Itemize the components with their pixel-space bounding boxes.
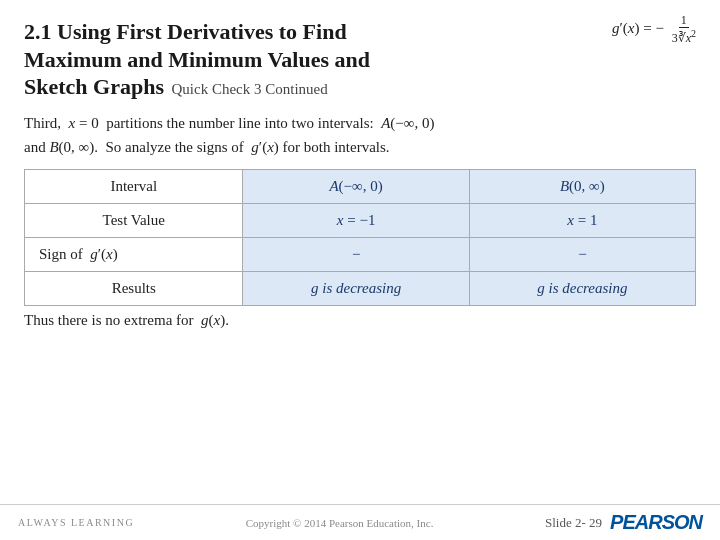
test-value-a: x = −1 — [243, 203, 469, 237]
result-a: g is decreasing — [243, 271, 469, 305]
sign-a: − — [243, 237, 469, 271]
title-line2: Maximum and Minimum Values and — [24, 47, 370, 72]
footer-right: Slide 2- 29 PEARSON — [545, 511, 702, 534]
table-row-results: Results g is decreasing g is decreasing — [25, 271, 696, 305]
col-interval-a: A(−∞, 0) — [243, 169, 469, 203]
test-value-b: x = 1 — [469, 203, 695, 237]
footer-always-learning: ALWAYS LEARNING — [18, 517, 134, 528]
row-label-test-value: Test Value — [25, 203, 243, 237]
body-text: Third, x = 0 partitions the number line … — [24, 111, 696, 159]
title-block: 2.1 Using First Derivatives to Find Maxi… — [24, 18, 696, 101]
row-label-results: Results — [25, 271, 243, 305]
table-row-test-value: Test Value x = −1 x = 1 — [25, 203, 696, 237]
table-row-sign: Sign of g′(x) − − — [25, 237, 696, 271]
slide-number: Slide 2- 29 — [545, 515, 602, 531]
title-line1: 2.1 Using First Derivatives to Find — [24, 19, 347, 44]
pearson-logo: PEARSON — [610, 511, 702, 534]
thus-text: Thus there is no extrema for g(x). — [24, 312, 696, 329]
data-table: Interval A(−∞, 0) B(0, ∞) Test Value x =… — [24, 169, 696, 306]
title-line3-prefix: Sketch Graphs — [24, 74, 164, 99]
footer: ALWAYS LEARNING Copyright © 2014 Pearson… — [0, 504, 720, 540]
sign-b: − — [469, 237, 695, 271]
table-row-header: Interval A(−∞, 0) B(0, ∞) — [25, 169, 696, 203]
result-b: g is decreasing — [469, 271, 695, 305]
formula-top-right: g′(x) = − 1 3∛x2 — [612, 14, 700, 45]
col-label-interval: Interval — [25, 169, 243, 203]
col-interval-b: B(0, ∞) — [469, 169, 695, 203]
footer-copyright: Copyright © 2014 Pearson Education, Inc. — [246, 517, 434, 529]
title-line3-suffix: Quick Check 3 Continued — [168, 81, 328, 97]
row-label-sign: Sign of g′(x) — [25, 237, 243, 271]
main-content: 2.1 Using First Derivatives to Find Maxi… — [0, 0, 720, 343]
